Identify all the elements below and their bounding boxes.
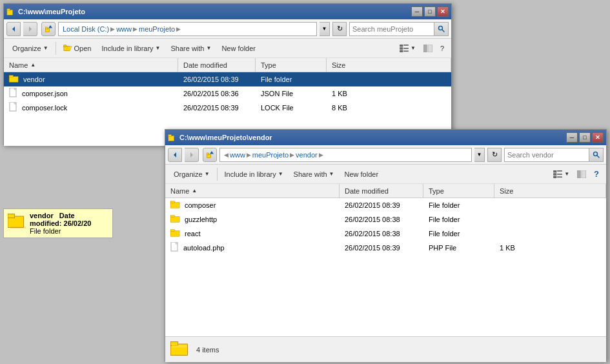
col-type-1[interactable]: Type <box>256 58 327 72</box>
refresh-btn-1[interactable]: ↻ <box>332 22 347 36</box>
new-folder-btn-1[interactable]: New folder <box>217 41 260 56</box>
folder-icon <box>170 228 181 239</box>
col-name-1[interactable]: Name ▲ <box>4 58 178 72</box>
sep-1 <box>56 42 56 55</box>
table-row[interactable]: guzzlehttp 26/02/2015 08:38 File folder <box>165 212 606 227</box>
view-btn-2[interactable]: ▼ <box>550 167 573 182</box>
breadcrumb-localdisk[interactable]: Local Disk (C:) <box>63 25 109 33</box>
breadcrumb-meuprojeto[interactable]: meuProjeto <box>139 25 175 33</box>
col-size-1[interactable]: Size <box>327 58 451 72</box>
svg-rect-13 <box>403 45 409 46</box>
cell-date: 26/02/2015 08:39 <box>340 244 423 252</box>
forward-btn-2[interactable] <box>185 148 199 162</box>
search-button-2[interactable] <box>589 148 603 161</box>
address-path-1[interactable]: Local Disk (C:) ▶ www ▶ meuProjeto ▶ <box>58 22 317 36</box>
svg-rect-43 <box>557 176 562 177</box>
cell-name: composer <box>165 200 340 210</box>
breadcrumb-www[interactable]: www <box>116 25 132 33</box>
forward-btn-1[interactable] <box>23 22 37 36</box>
open-btn-1[interactable]: Open <box>59 41 96 56</box>
svg-rect-44 <box>577 170 580 178</box>
svg-rect-47 <box>170 201 174 203</box>
panel-icon <box>423 45 432 52</box>
cell-name: composer.json <box>4 88 178 99</box>
cell-size: 1 KB <box>327 90 451 97</box>
status-bar-2: 4 items <box>165 336 606 362</box>
status-folder-icon <box>170 339 191 359</box>
svg-rect-20 <box>9 77 18 83</box>
table-row[interactable]: composer 26/02/2015 08:39 File folder <box>165 198 606 212</box>
include-library-btn-1[interactable]: Include in library ▼ <box>97 41 165 56</box>
panel-btn-1[interactable] <box>420 41 436 56</box>
cell-name: composer.lock <box>4 102 178 114</box>
cell-name: vendor <box>4 74 178 85</box>
tooltip-type: File folder <box>30 227 108 235</box>
breadcrumb-www-2[interactable]: www <box>230 151 245 159</box>
breadcrumb-meuprojeto-2[interactable]: meuProjeto <box>252 151 289 159</box>
svg-rect-51 <box>170 230 174 232</box>
cell-type: File folder <box>423 216 494 223</box>
search-button-1[interactable] <box>434 23 448 35</box>
col-type-2[interactable]: Type <box>423 184 494 197</box>
cell-date: 26/02/2015 08:39 <box>178 104 256 112</box>
svg-rect-30 <box>168 135 171 137</box>
tooltip-name: vendor Date modified: 26/02/20 <box>30 212 108 227</box>
table-row[interactable]: vendor 26/02/2015 08:39 File folder <box>4 72 451 86</box>
close-btn-2[interactable]: ✕ <box>592 132 604 143</box>
cell-size: 1 KB <box>494 244 606 252</box>
svg-rect-5 <box>46 27 48 29</box>
tooltip: vendor Date modified: 26/02/20 File fold… <box>3 208 113 238</box>
file-icon <box>9 88 18 99</box>
svg-marker-32 <box>190 152 193 157</box>
cell-size: 8 KB <box>327 104 451 112</box>
search-input-2[interactable] <box>505 151 589 159</box>
share-with-btn-2[interactable]: Share with ▼ <box>289 167 339 182</box>
up-btn-2[interactable] <box>203 148 217 162</box>
panel-btn-2[interactable] <box>574 167 589 182</box>
window-meuprojeto: C:\www\meuProjeto ─ □ ✕ Local Disk (C:) … <box>3 3 452 145</box>
svg-rect-40 <box>553 173 556 175</box>
window-icon-2 <box>168 133 177 142</box>
help-btn-1[interactable]: ? <box>437 41 447 56</box>
back-btn-1[interactable] <box>6 22 21 36</box>
search-input-1[interactable] <box>350 25 434 33</box>
close-btn-1[interactable]: ✕ <box>437 6 449 17</box>
share-with-btn-1[interactable]: Share with ▼ <box>167 41 216 56</box>
refresh-btn-2[interactable]: ↻ <box>487 148 502 162</box>
minimize-btn-1[interactable]: ─ <box>411 6 423 17</box>
maximize-btn-1[interactable]: □ <box>424 6 436 17</box>
col-date-1[interactable]: Date modified <box>178 58 256 72</box>
svg-point-36 <box>593 152 597 156</box>
col-name-2[interactable]: Name ▲ <box>165 184 340 197</box>
maximize-btn-2[interactable]: □ <box>579 132 591 143</box>
address-path-2[interactable]: ◀ www ▶ meuProjeto ▶ vendor ▶ <box>219 148 472 162</box>
view-btn-1[interactable]: ▼ <box>396 41 419 56</box>
breadcrumb-vendor-2[interactable]: vendor <box>296 151 318 159</box>
organize-btn-1[interactable]: Organize ▼ <box>8 41 53 56</box>
title-text-1: C:\www\meuProjeto <box>18 8 85 15</box>
table-row[interactable]: autoload.php 26/02/2015 08:39 PHP File 1… <box>165 241 606 255</box>
help-btn-2[interactable]: ? <box>591 167 602 182</box>
svg-marker-35 <box>210 151 214 154</box>
table-row[interactable]: composer.lock 26/02/2015 08:39 LOCK File… <box>4 101 451 115</box>
back-btn-2[interactable] <box>168 148 182 162</box>
table-row[interactable]: composer.json 26/02/2015 08:36 JSON File… <box>4 86 451 101</box>
include-library-btn-2[interactable]: Include in library ▼ <box>220 167 288 182</box>
minimize-btn-2[interactable]: ─ <box>566 132 578 143</box>
svg-rect-0 <box>7 10 13 15</box>
window-icon-1 <box>6 7 15 16</box>
svg-rect-14 <box>400 47 403 49</box>
organize-btn-2[interactable]: Organize ▼ <box>169 167 214 182</box>
col-size-2[interactable]: Size <box>494 184 606 197</box>
cell-type: LOCK File <box>256 104 327 112</box>
view-list-icon <box>400 45 409 52</box>
title-text-2: C:\www\meuProjeto\vendor <box>179 134 272 141</box>
address-dropdown-1[interactable]: ▼ <box>320 22 330 36</box>
col-date-2[interactable]: Date modified <box>340 184 423 197</box>
svg-rect-39 <box>557 170 562 172</box>
status-text: 4 items <box>196 346 219 354</box>
table-row[interactable]: react 26/02/2015 08:38 File folder <box>165 227 606 241</box>
address-dropdown-2[interactable]: ▼ <box>474 148 485 162</box>
up-btn-1[interactable] <box>41 22 56 36</box>
new-folder-btn-2[interactable]: New folder <box>340 167 383 182</box>
